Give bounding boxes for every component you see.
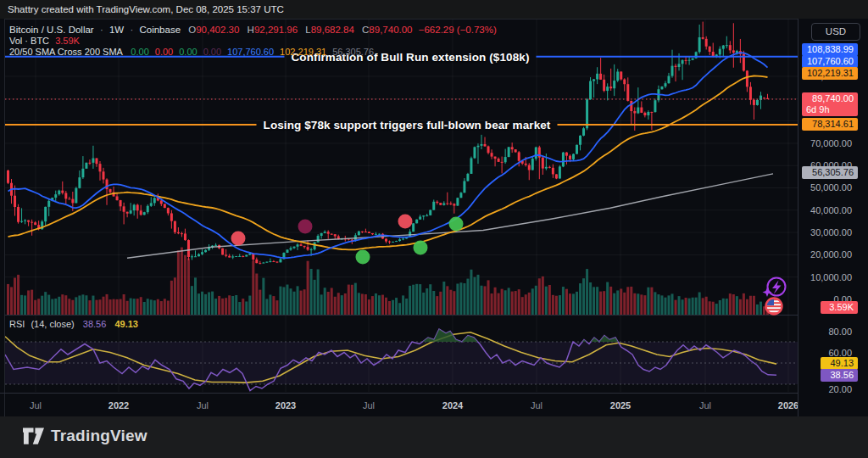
open-value: 90,402.30 [196, 25, 239, 35]
flag-avatar-icon[interactable] [765, 298, 782, 315]
price-badge: 107,760.60 [802, 55, 858, 68]
indicator-values: 0.000.000.000.00107,760.60102,219.3156,3… [125, 47, 374, 57]
tradingview-logo-text: TradingView [51, 427, 147, 445]
price-scale[interactable]: USD 100,000.0090,000.0080,000.0070,000.0… [798, 19, 868, 416]
scale-label: 20.00 [828, 384, 852, 394]
rsi-pane-layer [5, 329, 798, 391]
annotation-bear-market-text[interactable]: Losing $78k support triggers full-blown … [264, 119, 551, 131]
interval-label[interactable]: 1W [109, 25, 124, 35]
low-value: 89,682.84 [311, 25, 354, 35]
volume-bars-layer [7, 248, 769, 315]
scale-label: 70,000.00 [810, 138, 852, 148]
price-badge: 49.13 [821, 357, 858, 370]
rsi-value: 38.56 [83, 319, 107, 329]
sma50-line [8, 76, 768, 250]
indicator-value: 0.00 [179, 47, 197, 57]
price-badge: 102,219.31 [802, 67, 858, 80]
time-tick-label: 2022 [108, 400, 129, 411]
sma20-line [8, 53, 768, 258]
price-badge: 78,314.61 [802, 118, 858, 131]
high-value: 92,291.96 [254, 25, 298, 35]
chart-canvas[interactable] [0, 0, 868, 458]
currency-toggle-button[interactable]: USD [811, 23, 860, 41]
bar-countdown: 6d 9h [806, 104, 854, 115]
rsi-ma-value: 49.13 [114, 319, 138, 329]
symbol-legend-row: Bitcoin / U.S. Dollar · 1W · Coinbase O9… [9, 25, 497, 35]
exchange-label[interactable]: Coinbase [139, 25, 181, 35]
price-badge: 3.59K [821, 301, 858, 314]
price-badge: 38.56 [821, 369, 858, 382]
indicator-value: 107,760.60 [227, 47, 274, 57]
scale-label: 40,000.00 [810, 205, 852, 215]
bottom-bar: TradingView [0, 416, 868, 458]
close-value: 89,740.00 [369, 25, 412, 35]
indicator-value: 102,219.31 [280, 47, 326, 57]
indicator-value: 0.00 [131, 47, 148, 57]
scale-label: 50,000.00 [810, 182, 852, 193]
scale-label: 10,000.00 [810, 272, 852, 282]
scale-label: 20,000.00 [810, 249, 852, 260]
change-value: −662.29 (−0.73%) [419, 25, 497, 35]
time-tick-label: Jul [363, 400, 375, 411]
indicator-title: 20/50 SMA Cross 200 SMA [9, 47, 122, 57]
rsi-title: RSI [9, 319, 25, 329]
time-tick-label: 2026 [778, 400, 798, 411]
indicator-value: 56,305.76 [332, 47, 374, 57]
attribution-bar: Shattry created with TradingView.com, De… [0, 0, 868, 19]
tradingview-chart-window: Shattry created with TradingView.com, De… [0, 0, 868, 458]
time-tick-label: 2025 [610, 400, 631, 411]
time-tick-label: Jul [197, 400, 209, 411]
volume-value: 3.59K [55, 36, 80, 46]
time-tick-label: 2023 [275, 400, 296, 411]
indicator-value: 0.00 [203, 47, 221, 57]
sma200-line [127, 174, 773, 258]
rsi-legend-row[interactable]: RSI (14, close) 38.56 49.13 [9, 319, 138, 329]
indicator-value: 0.00 [155, 47, 173, 57]
time-tick-label: Jul [30, 400, 42, 411]
time-tick-label: Jul [699, 400, 711, 411]
price-badge: 89,740.006d 9h [802, 92, 858, 116]
scale-label: 30,000.00 [810, 227, 852, 237]
symbol-title[interactable]: Bitcoin / U.S. Dollar [9, 25, 94, 35]
tradingview-logo-icon [23, 427, 44, 445]
time-tick-label: Jul [531, 400, 542, 411]
price-badge: 56,305.76 [802, 166, 858, 179]
chart-widget-icons[interactable] [763, 278, 786, 298]
tradingview-logo[interactable]: TradingView [23, 427, 147, 445]
time-tick-label: 2024 [442, 400, 463, 411]
moving-averages-layer [8, 53, 774, 258]
scale-label: 80.00 [828, 327, 852, 337]
attribution-text: Shattry created with TradingView.com, De… [8, 4, 284, 14]
indicator-legend-row[interactable]: 20/50 SMA Cross 200 SMA 0.000.000.000.00… [9, 47, 374, 57]
price-badge: 108,838.99 [802, 43, 858, 56]
time-axis[interactable]: Jul2022Jul2023Jul2024Jul2025Jul2026 [0, 393, 798, 417]
volume-legend-row[interactable]: Vol · BTC 3.59K [9, 36, 80, 46]
